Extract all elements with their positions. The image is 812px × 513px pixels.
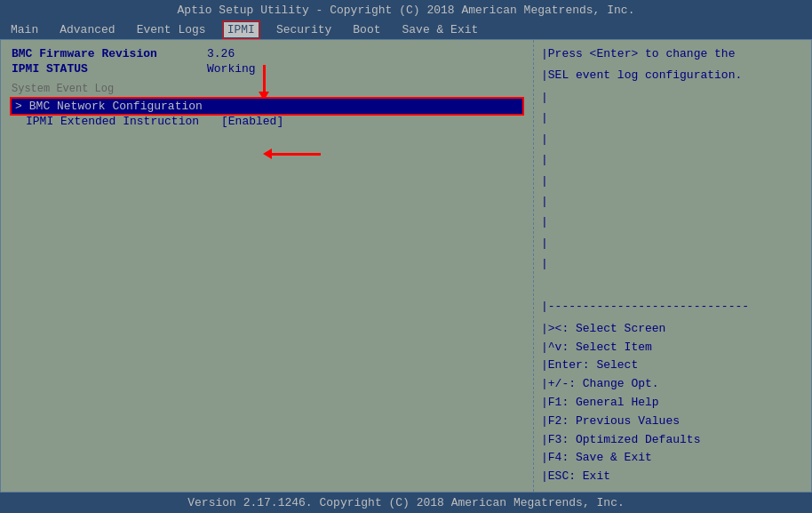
ipmi-ext-label: IPMI Extended Instruction [26, 115, 221, 128]
section-header: System Event Log [12, 83, 522, 95]
help-text-line1: |Press <Enter> to change the [541, 45, 804, 63]
shortcut-item-4: |F1: General Help [541, 394, 804, 413]
help-divider: |----------------------------- [541, 300, 804, 313]
shortcut-item-7: |F4: Save & Exit [541, 449, 804, 468]
footer-text: Version 2.17.1246. Copyright (C) 2018 Am… [187, 496, 624, 509]
nav-item-bmc-network[interactable]: BMC Network Configuration [12, 99, 522, 114]
pipe-char2: | [541, 68, 548, 82]
menu-item-save-exit[interactable]: Save & Exit [399, 22, 482, 37]
shortcut-item-3: |+/-: Change Opt. [541, 375, 804, 394]
nav-item-ipmi-ext[interactable]: IPMI Extended Instruction [Enabled] [12, 114, 522, 129]
shortcut-item-6: |F3: Optimized Defaults [541, 431, 804, 450]
menu-item-security[interactable]: Security [273, 22, 335, 37]
shortcut-item-5: |F2: Previous Values [541, 413, 804, 431]
right-vlines: ||||| |||| [541, 87, 804, 275]
arrow-left-annotation [263, 148, 321, 159]
bmc-firmware-value: 3.26 [207, 47, 235, 60]
pipe-char: | [541, 47, 548, 60]
ipmi-status-row: IPMI STATUS Working [12, 62, 522, 76]
title-text: Aptio Setup Utility - Copyright (C) 2018… [178, 4, 635, 17]
main-content: BMC Firmware Revision 3.26 IPMI STATUS W… [0, 39, 812, 493]
title-bar: Aptio Setup Utility - Copyright (C) 2018… [0, 0, 812, 20]
bmc-firmware-row: BMC Firmware Revision 3.26 [12, 47, 522, 60]
shortcut-item-1: |^v: Select Item [541, 339, 804, 357]
ipmi-ext-value: [Enabled] [221, 115, 283, 128]
right-panel: |Press <Enter> to change the |SEL event … [534, 40, 811, 492]
nav-item-bmc-network-label: BMC Network Configuration [29, 100, 203, 113]
help-text-line2: |SEL event log configuration. [541, 67, 804, 84]
shortcuts-list: |><: Select Screen|^v: Select Item|Enter… [541, 320, 804, 486]
menu-item-ipmi[interactable]: IPMI [224, 22, 259, 37]
menu-item-advanced[interactable]: Advanced [56, 22, 118, 37]
shortcut-item-2: |Enter: Select [541, 357, 804, 375]
menu-item-main[interactable]: Main [7, 22, 42, 37]
left-panel: BMC Firmware Revision 3.26 IPMI STATUS W… [1, 40, 534, 492]
ipmi-status-label: IPMI STATUS [12, 62, 207, 76]
menu-item-boot[interactable]: Boot [349, 22, 384, 37]
menu-bar: Main Advanced Event Logs IPMI Security B… [0, 20, 812, 39]
footer: Version 2.17.1246. Copyright (C) 2018 Am… [0, 493, 812, 513]
bmc-firmware-label: BMC Firmware Revision [12, 47, 207, 60]
shortcut-item-0: |><: Select Screen [541, 320, 804, 339]
ipmi-status-value: Working [207, 62, 256, 76]
menu-item-event-logs[interactable]: Event Logs [133, 22, 210, 37]
shortcut-item-8: |ESC: Exit [541, 468, 804, 486]
